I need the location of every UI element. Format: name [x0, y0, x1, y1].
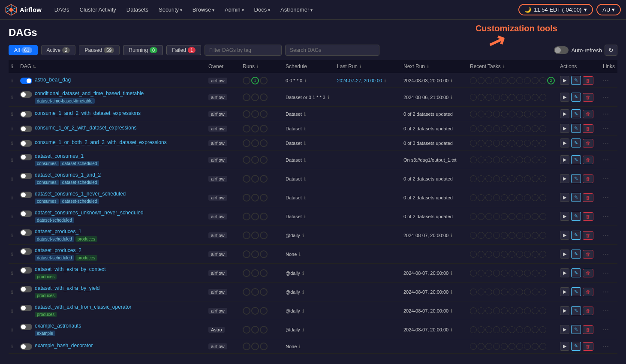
delete-dag-button[interactable]: 🗑 [583, 307, 593, 315]
dag-name-link[interactable]: dataset_consumes_1_and_2 [35, 172, 101, 178]
dag-name-link[interactable]: example_astronauts [35, 323, 81, 329]
edit-dag-button[interactable]: ✎ [571, 193, 581, 202]
edit-dag-button[interactable]: ✎ [571, 93, 581, 102]
delete-dag-button[interactable]: 🗑 [583, 93, 593, 102]
delete-dag-button[interactable]: 🗑 [583, 156, 593, 164]
nextrun-info-icon[interactable]: ℹ [427, 64, 429, 69]
delete-dag-button[interactable]: 🗑 [583, 269, 593, 277]
dag-toggle[interactable] [20, 111, 32, 117]
dag-name-link[interactable]: astro_bear_dag [35, 77, 71, 83]
more-options-button[interactable]: ⋯ [603, 270, 609, 277]
delete-dag-button[interactable]: 🗑 [583, 139, 593, 147]
dag-name-link[interactable]: consume_1_and_2_with_dataset_expressions [35, 110, 141, 116]
dag-tag[interactable]: consumes [35, 180, 59, 185]
dag-name-link[interactable]: consume_1_or_2_with_dataset_expressions [35, 125, 137, 131]
nav-browse[interactable]: Browse [188, 5, 219, 15]
filter-paused-button[interactable]: Paused 59 [79, 45, 120, 55]
delete-dag-button[interactable]: 🗑 [583, 212, 593, 221]
lastrun-info-icon[interactable]: ℹ [360, 64, 361, 69]
schedule-info-icon[interactable]: ℹ [303, 141, 306, 146]
dag-tag[interactable]: dataset-scheduled [60, 161, 99, 166]
user-menu-button[interactable]: AU ▾ [596, 4, 621, 15]
schedule-info-icon[interactable]: ℹ [326, 95, 329, 100]
dag-tag[interactable]: dataset-scheduled [35, 217, 74, 223]
trigger-dag-button[interactable]: ▶ [560, 193, 569, 202]
more-options-button[interactable]: ⋯ [603, 94, 609, 101]
trigger-dag-button[interactable]: ▶ [560, 212, 569, 221]
nav-docs[interactable]: Docs [250, 5, 274, 15]
refresh-button[interactable]: ↻ [605, 45, 617, 56]
tasks-info-icon[interactable]: ℹ [503, 64, 505, 69]
filter-running-button[interactable]: Running 0 [123, 45, 163, 55]
trigger-dag-button[interactable]: ▶ [560, 268, 569, 277]
dag-tag[interactable]: produces [35, 293, 57, 298]
dag-tag[interactable]: dataset-scheduled [60, 199, 99, 204]
dag-tag[interactable]: consumes [35, 161, 59, 166]
schedule-info-icon[interactable]: ℹ [298, 252, 301, 257]
dag-tag[interactable]: dataset-scheduled [35, 236, 74, 242]
trigger-dag-button[interactable]: ▶ [560, 109, 569, 118]
delete-dag-button[interactable]: 🗑 [583, 174, 593, 183]
more-options-button[interactable]: ⋯ [603, 125, 609, 132]
dag-toggle[interactable] [20, 154, 32, 160]
more-options-button[interactable]: ⋯ [603, 251, 609, 258]
dag-name-link[interactable]: consume_1_or_both_2_and_3_with_dataset_e… [35, 139, 167, 145]
edit-dag-button[interactable]: ✎ [571, 76, 581, 85]
delete-dag-button[interactable]: 🗑 [583, 231, 593, 240]
filter-failed-button[interactable]: Failed 1 [166, 45, 201, 55]
trigger-dag-button[interactable]: ▶ [560, 325, 569, 334]
brand[interactable]: Airflow [5, 4, 42, 16]
dag-tag[interactable]: example [35, 331, 55, 336]
dag-toggle[interactable] [20, 343, 32, 350]
edit-dag-button[interactable]: ✎ [571, 231, 581, 240]
dag-toggle[interactable] [20, 78, 32, 84]
schedule-info-icon[interactable]: ℹ [303, 78, 306, 83]
edit-dag-button[interactable]: ✎ [571, 155, 581, 164]
edit-dag-button[interactable]: ✎ [571, 268, 581, 277]
nav-security[interactable]: Security [154, 5, 187, 15]
schedule-info-icon[interactable]: ℹ [303, 111, 306, 117]
delete-dag-button[interactable]: 🗑 [583, 76, 593, 85]
trigger-dag-button[interactable]: ▶ [560, 306, 569, 315]
dag-name-link[interactable]: example_bash_decorator [35, 343, 93, 349]
more-options-button[interactable]: ⋯ [603, 156, 609, 163]
runs-info-icon[interactable]: ℹ [257, 64, 259, 69]
dag-tag[interactable]: dataset-scheduled [35, 255, 74, 261]
schedule-info-icon[interactable]: ℹ [301, 308, 304, 313]
more-options-button[interactable]: ⋯ [603, 194, 609, 201]
trigger-dag-button[interactable]: ▶ [560, 231, 569, 240]
dag-toggle[interactable] [20, 173, 32, 179]
edit-dag-button[interactable]: ✎ [571, 250, 581, 259]
schedule-info-icon[interactable]: ℹ [298, 344, 301, 349]
dag-name-link[interactable]: dataset_with_extra_by_context [35, 266, 105, 272]
edit-dag-button[interactable]: ✎ [571, 325, 581, 334]
dag-toggle[interactable] [20, 126, 32, 132]
schedule-info-icon[interactable]: ℹ [301, 233, 304, 238]
more-options-button[interactable]: ⋯ [603, 111, 609, 117]
more-options-button[interactable]: ⋯ [603, 213, 609, 220]
delete-dag-button[interactable]: 🗑 [583, 124, 593, 133]
dag-toggle[interactable] [20, 267, 32, 274]
delete-dag-button[interactable]: 🗑 [583, 110, 593, 118]
edit-dag-button[interactable]: ✎ [571, 124, 581, 133]
dag-tag[interactable]: produces [35, 274, 57, 280]
dag-name-link[interactable]: dataset_consumes_unknown_never_scheduled [35, 210, 144, 216]
filter-tag-input[interactable] [205, 45, 282, 56]
dag-name-link[interactable]: dataset_produces_2 [35, 247, 81, 253]
more-options-button[interactable]: ⋯ [603, 77, 609, 84]
dag-toggle[interactable] [20, 286, 32, 292]
trigger-dag-button[interactable]: ▶ [560, 124, 569, 133]
trigger-dag-button[interactable]: ▶ [560, 138, 569, 147]
nav-dags[interactable]: DAGs [50, 5, 74, 15]
trigger-dag-button[interactable]: ▶ [560, 342, 569, 351]
nav-admin[interactable]: Admin [220, 5, 248, 15]
dag-toggle[interactable] [20, 305, 32, 311]
more-options-button[interactable]: ⋯ [603, 289, 609, 295]
delete-dag-button[interactable]: 🗑 [583, 325, 593, 334]
trigger-dag-button[interactable]: ▶ [560, 287, 569, 296]
dag-name-link[interactable]: dataset_with_extra_by_yield [35, 285, 99, 291]
trigger-dag-button[interactable]: ▶ [560, 76, 569, 85]
schedule-info-icon[interactable]: ℹ [303, 214, 306, 219]
dag-name-link[interactable]: dataset_consumes_1 [35, 153, 84, 159]
schedule-info-icon[interactable]: ℹ [303, 126, 306, 131]
